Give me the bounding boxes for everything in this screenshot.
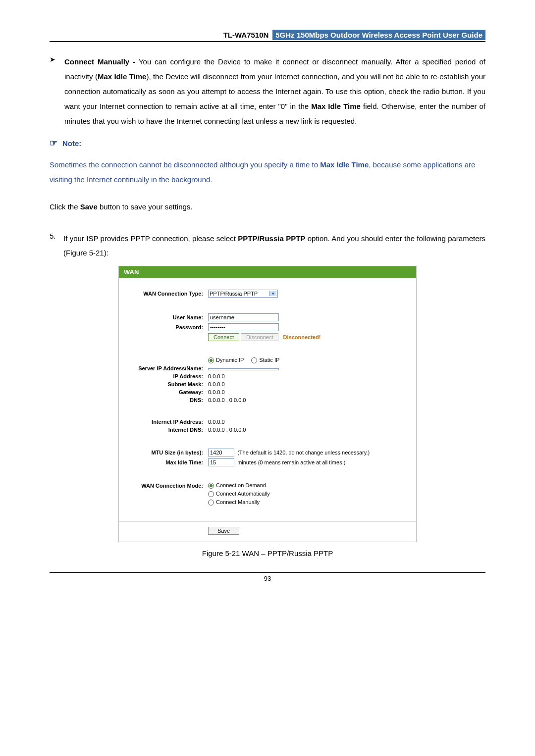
wan-figure: WAN WAN Connection Type: PPTP/Russia PPT… [118,266,417,542]
label-server: Server IP Address/Name: [119,365,208,371]
label-max-idle: Max Idle Time: [119,459,208,465]
radio-connect-on-demand[interactable] [208,483,214,489]
max-idle-input[interactable]: 15 [208,458,234,466]
mtu-input[interactable]: 1420 [208,449,234,456]
radio-static-ip[interactable] [251,357,257,363]
list-number-5: 5. [50,232,63,260]
ip-value: 0.0.0.0 [208,373,416,379]
wan-panel-title: WAN [119,266,416,278]
dns-value: 0.0.0.0 , 0.0.0.0 [208,397,416,403]
label-subnet: Subnet Mask: [119,381,208,387]
username-input[interactable]: username [208,313,279,321]
internet-ip-value: 0.0.0.0 [208,419,416,425]
internet-dns-value: 0.0.0.0 , 0.0.0.0 [208,427,416,433]
page-header: TL-WA7510N 5GHz 150Mbps Outdoor Wireless… [50,30,485,42]
bullet-lead: Connect Manually - [64,57,135,66]
conn-type-select[interactable]: PPTP/Russia PPTP ▾ [208,290,278,298]
label-internet-dns: Internet DNS: [119,427,208,433]
note-label: Note: [62,139,81,148]
label-conn-mode: WAN Connection Mode: [119,483,208,489]
radio-dynamic-ip[interactable] [208,357,214,363]
label-gateway: Gateway: [119,389,208,395]
label-mtu: MTU Size (in bytes): [119,450,208,455]
radio-connect-auto[interactable] [208,491,214,497]
password-input[interactable]: •••••••• [208,323,279,331]
mtu-hint: (The default is 1420, do not change unle… [237,450,370,455]
note-header: ☞ Note: [50,138,485,149]
chevron-down-icon: ▾ [269,291,276,296]
connection-status: Disconnected! [283,334,321,340]
figure-caption: Figure 5-21 WAN – PPTP/Russia PPTP [50,549,485,557]
note-icon: ☞ [50,138,57,149]
page-footer: 93 [50,572,485,582]
note-body: Sometimes the connection cannot be disco… [50,157,485,187]
gateway-value: 0.0.0.0 [208,389,416,395]
connect-button[interactable]: Connect [208,333,239,341]
connect-manually-paragraph: Connect Manually - You can configure the… [64,54,485,129]
save-instruction: Click the Save button to save your setti… [50,200,485,214]
save-button[interactable]: Save [208,527,239,535]
label-dns: DNS: [119,397,208,403]
subnet-value: 0.0.0.0 [208,381,416,387]
bullet-arrow-icon: ➤ [50,54,64,63]
model-number: TL-WA7510N [223,31,271,39]
server-input[interactable] [208,368,279,370]
disconnect-button[interactable]: Disconnect [241,333,278,341]
label-internet-ip: Internet IP Address: [119,419,208,425]
label-conn-type: WAN Connection Type: [119,291,208,297]
label-ip: IP Address: [119,373,208,379]
label-username: User Name: [119,314,208,320]
label-password: Password: [119,324,208,330]
page-number: 93 [264,575,271,582]
radio-connect-manually[interactable] [208,500,214,505]
item5-text: If your ISP provides PPTP connection, pl… [63,232,485,260]
max-idle-hint: minutes (0 means remain active at all ti… [237,459,345,465]
guide-subtitle: 5GHz 150Mbps Outdoor Wireless Access Poi… [272,30,485,40]
